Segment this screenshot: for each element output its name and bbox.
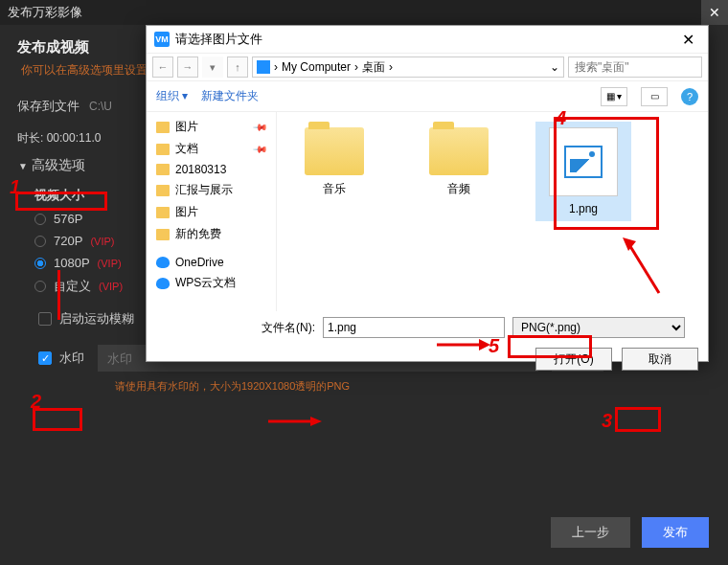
- window-close[interactable]: ✕: [701, 0, 728, 25]
- sidebar-item[interactable]: OneDrive: [147, 253, 276, 272]
- nav-fwd[interactable]: →: [177, 56, 198, 78]
- dialog-title: 请选择图片文件: [175, 31, 262, 48]
- folder-icon: [156, 185, 170, 196]
- open-button[interactable]: 打开(O): [535, 348, 612, 371]
- cloud-icon: [156, 278, 170, 289]
- window-title: 发布万彩影像: [8, 4, 82, 21]
- folder-icon: [156, 207, 170, 218]
- computer-icon: [257, 60, 270, 74]
- preview-pane-button[interactable]: ▭: [641, 87, 668, 106]
- nav-back[interactable]: ←: [152, 56, 173, 78]
- pin-icon: 📌: [253, 119, 268, 134]
- file-item-folder[interactable]: 音乐: [286, 122, 382, 203]
- callout-3: 3: [602, 410, 612, 432]
- folder-icon: [156, 229, 170, 240]
- dialog-close[interactable]: ✕: [676, 31, 700, 49]
- callout-box-2: [33, 408, 82, 431]
- file-dialog: VM 请选择图片文件 ✕ ← → ▾ ↑ › My Computer › 桌面 …: [146, 25, 709, 362]
- organize-menu[interactable]: 组织 ▾: [156, 88, 188, 104]
- chevron-down-icon: ▼: [18, 161, 28, 171]
- svg-marker-5: [310, 417, 322, 426]
- sidebar-item[interactable]: 新的免费: [147, 223, 276, 245]
- sidebar-item[interactable]: WPS云文档: [147, 272, 276, 294]
- sidebar-item[interactable]: 图片: [147, 201, 276, 223]
- sidebar: 图片📌 文档📌 20180313 汇报与展示 图片 新的免费 OneDrive …: [147, 112, 277, 311]
- advanced-label: 高级选项: [32, 157, 85, 174]
- folder-icon: [156, 144, 170, 155]
- help-icon[interactable]: ?: [681, 88, 698, 105]
- sidebar-item[interactable]: 20180313: [147, 160, 276, 179]
- filename-label: 文件名(N):: [262, 320, 315, 336]
- view-mode-button[interactable]: ▦ ▾: [601, 87, 627, 106]
- filetype-select[interactable]: PNG(*.png): [512, 317, 685, 338]
- pin-icon: 📌: [253, 141, 268, 156]
- publish-button[interactable]: 发布: [642, 517, 709, 548]
- new-folder-button[interactable]: 新建文件夹: [201, 88, 259, 104]
- arrow-icon: [268, 416, 322, 430]
- watermark-tip: 请使用具有水印的，大小为1920X1080透明的PNG: [0, 375, 728, 397]
- prev-button[interactable]: 上一步: [551, 517, 630, 548]
- sidebar-item[interactable]: 文档📌: [147, 138, 276, 160]
- watermark-checkbox[interactable]: ✓水印: [38, 346, 84, 371]
- cancel-button[interactable]: 取消: [622, 348, 698, 371]
- filename-input[interactable]: [323, 317, 505, 338]
- callout-box-3: [615, 407, 661, 432]
- sidebar-item[interactable]: 图片📌: [147, 116, 276, 138]
- app-icon: VM: [154, 32, 170, 47]
- folder-icon: [305, 127, 364, 175]
- sidebar-item[interactable]: 汇报与展示: [147, 179, 276, 201]
- folder-icon: [156, 164, 170, 175]
- save-label: 保存到文件: [17, 98, 80, 115]
- search-input[interactable]: [568, 56, 702, 78]
- nav-dropdown[interactable]: ▾: [202, 56, 223, 78]
- image-icon: [549, 127, 618, 196]
- cloud-icon: [156, 257, 170, 268]
- file-item-folder[interactable]: 音频: [411, 122, 507, 203]
- motion-blur-checkbox[interactable]: 启动运动模糊: [38, 306, 134, 331]
- nav-up[interactable]: ↑: [227, 56, 248, 78]
- file-item-image[interactable]: 1.png: [535, 122, 631, 221]
- folder-icon: [156, 122, 170, 133]
- save-path: C:\U: [89, 100, 112, 113]
- breadcrumb[interactable]: › My Computer › 桌面 › ⌄: [252, 56, 564, 78]
- folder-icon: [429, 127, 489, 175]
